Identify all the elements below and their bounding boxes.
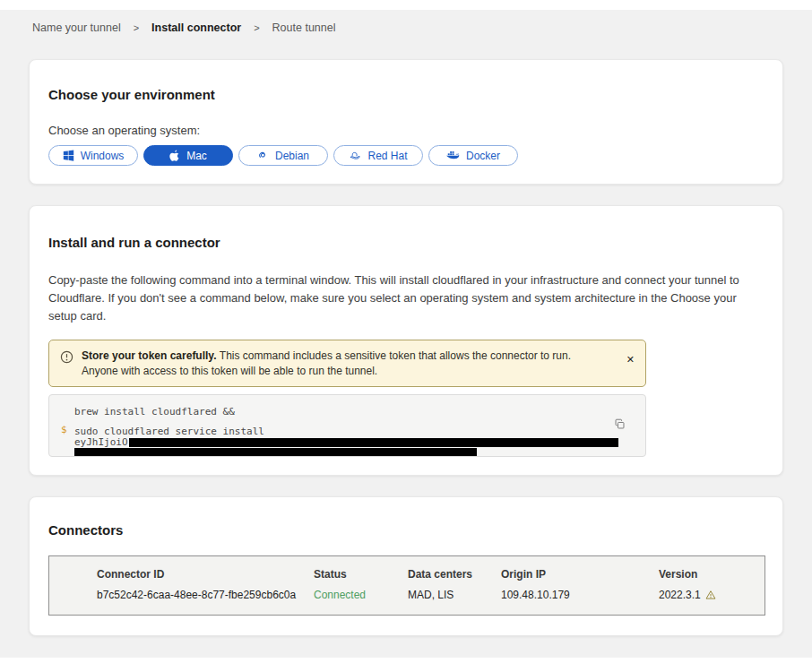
os-button-label: Debian bbox=[275, 150, 309, 162]
os-button-docker[interactable]: Docker bbox=[428, 145, 518, 166]
os-button-mac[interactable]: Mac bbox=[143, 145, 233, 166]
top-whitespace-strip bbox=[0, 0, 812, 10]
install-command-codeblock: $ brew install cloudflared && sudo cloud… bbox=[48, 394, 646, 457]
token-prefix: eyJhIjoiO bbox=[74, 436, 128, 448]
close-icon[interactable]: ✕ bbox=[626, 355, 635, 365]
col-header-status: Status bbox=[314, 568, 408, 586]
breadcrumb-step-name-tunnel[interactable]: Name your tunnel bbox=[32, 22, 121, 34]
col-header-origin-ip: Origin IP bbox=[501, 568, 659, 586]
os-button-label: Docker bbox=[466, 150, 500, 162]
code-line-sudo: sudo cloudflared service install bbox=[74, 426, 645, 437]
token-warning-text: Store your token carefully. This command… bbox=[82, 349, 579, 378]
version-value: 2022.3.1 bbox=[659, 589, 701, 601]
debian-icon bbox=[257, 150, 269, 161]
bottom-whitespace-strip bbox=[0, 658, 812, 663]
breadcrumb-step-install-connector[interactable]: Install connector bbox=[151, 22, 241, 34]
col-header-connector-id: Connector ID bbox=[97, 568, 314, 586]
apple-icon bbox=[169, 150, 180, 161]
os-button-debian[interactable]: Debian bbox=[238, 145, 328, 166]
token-warning-banner: Store your token carefully. This command… bbox=[48, 340, 646, 387]
redaction-bar bbox=[74, 448, 477, 456]
cell-version: 2022.3.1 bbox=[659, 586, 764, 604]
os-button-group: Windows Mac Debian Red Hat bbox=[48, 145, 764, 166]
breadcrumb: Name your tunnel > Install connector > R… bbox=[0, 10, 812, 37]
connectors-card: Connectors Connector ID Status Data cent… bbox=[29, 496, 783, 636]
info-circle-icon bbox=[60, 350, 73, 367]
os-button-label: Red Hat bbox=[367, 150, 407, 162]
os-button-redhat[interactable]: Red Hat bbox=[333, 145, 423, 166]
cell-status: Connected bbox=[314, 586, 408, 604]
shell-prompt: $ bbox=[61, 424, 67, 435]
breadcrumb-separator: > bbox=[254, 22, 259, 33]
environment-card: Choose your environment Choose an operat… bbox=[29, 59, 783, 185]
token-warning-title: Store your token carefully. bbox=[82, 349, 220, 362]
install-description: Copy-paste the following command into a … bbox=[48, 271, 765, 325]
install-connector-card: Install and run a connector Copy-paste t… bbox=[29, 205, 783, 476]
docker-icon bbox=[446, 151, 460, 160]
connectors-table: Connector ID Status Data centers Origin … bbox=[48, 555, 765, 616]
redhat-icon bbox=[349, 150, 361, 162]
install-card-title: Install and run a connector bbox=[48, 235, 764, 250]
breadcrumb-step-route-tunnel[interactable]: Route tunnel bbox=[272, 22, 336, 34]
environment-card-title: Choose your environment bbox=[48, 87, 764, 102]
col-header-version: Version bbox=[659, 568, 764, 586]
copy-icon[interactable] bbox=[614, 418, 626, 433]
code-line-token: eyJhIjoiO bbox=[74, 437, 645, 447]
code-line-brew: brew install cloudflared && bbox=[74, 406, 645, 418]
cell-data-centers: MAD, LIS bbox=[408, 586, 501, 604]
connectors-card-title: Connectors bbox=[48, 522, 764, 538]
cell-connector-id: b7c52c42-6caa-48ee-8c77-fbe259cb6c0a bbox=[97, 586, 314, 604]
warning-triangle-icon bbox=[705, 590, 716, 600]
cell-origin-ip: 109.48.10.179 bbox=[501, 586, 659, 604]
breadcrumb-separator: > bbox=[134, 22, 139, 33]
windows-icon bbox=[63, 150, 74, 161]
redaction-bar bbox=[129, 438, 618, 447]
os-select-label: Choose an operating system: bbox=[48, 124, 764, 137]
os-button-label: Mac bbox=[186, 150, 207, 162]
os-button-label: Windows bbox=[81, 150, 125, 162]
col-header-data-centers: Data centers bbox=[408, 568, 501, 586]
os-button-windows[interactable]: Windows bbox=[48, 145, 138, 166]
